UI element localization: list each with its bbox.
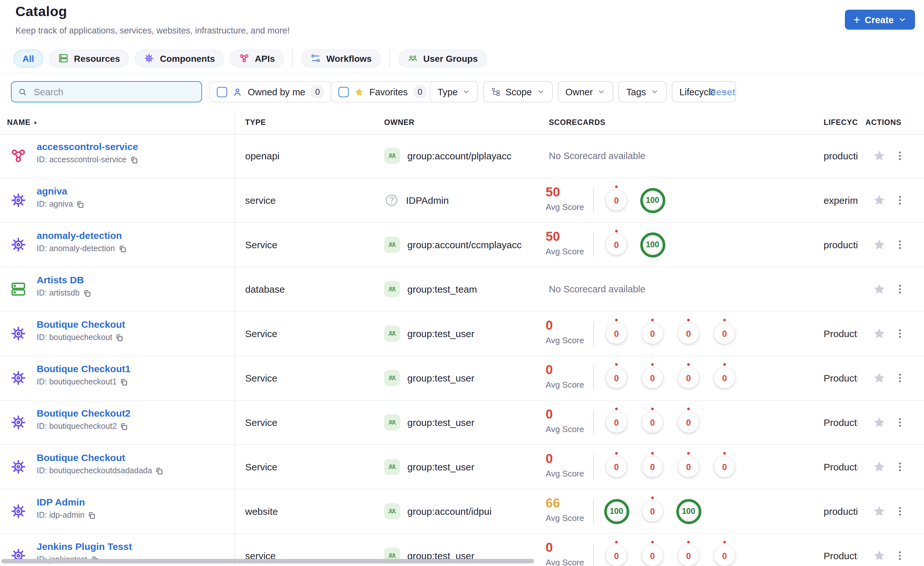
favorites-checkbox[interactable] (339, 87, 349, 97)
favorite-star-button[interactable] (873, 460, 886, 474)
owner-name: group:test_user (407, 328, 474, 339)
kebab-menu-button[interactable] (894, 505, 906, 517)
favorite-star-button[interactable] (873, 504, 886, 518)
avg-score-value: 0 (546, 452, 553, 466)
tab-user-groups[interactable]: User Groups (398, 49, 487, 67)
scorecard-pill[interactable]: 0 (606, 545, 627, 566)
entity-type: database (245, 284, 285, 295)
copy-icon[interactable] (130, 155, 138, 164)
scorecard-pill[interactable]: 100 (640, 188, 665, 213)
scorecard-pill[interactable]: 0 (678, 456, 699, 477)
scorecard-pill[interactable]: 0 (606, 234, 627, 255)
lifecycle-value: Production (824, 328, 858, 339)
lifecycle-value: Production (824, 372, 858, 384)
scorecard-pill[interactable]: 0 (606, 412, 627, 433)
search-box[interactable] (11, 81, 202, 102)
favorite-star-button[interactable] (873, 282, 886, 296)
filter-scope-dropdown[interactable]: Scope (483, 81, 552, 102)
entity-name-link[interactable]: Boutique Checkout2 (37, 408, 130, 418)
favorite-star-button[interactable] (873, 149, 886, 163)
kebab-menu-button[interactable] (894, 194, 906, 206)
scorecard-pill[interactable]: 0 (642, 412, 663, 433)
copy-icon[interactable] (76, 200, 85, 208)
kebab-menu-button[interactable] (894, 327, 906, 340)
scorecard-pill[interactable]: 0 (642, 323, 663, 344)
scorecard-pill[interactable]: 0 (714, 456, 735, 477)
favorite-star-button[interactable] (873, 327, 886, 340)
scorecard-pill[interactable]: 0 (606, 368, 627, 388)
favorite-star-button[interactable] (873, 194, 886, 207)
favorite-star-button[interactable] (873, 238, 886, 251)
copy-icon[interactable] (120, 422, 128, 431)
tab-all[interactable]: All (14, 49, 43, 67)
scorecard-pill[interactable]: 0 (678, 545, 699, 566)
scorecard-pill[interactable]: 0 (606, 456, 627, 477)
tab-components[interactable]: Components (135, 49, 224, 67)
scorecard-pill[interactable]: 0 (606, 190, 627, 211)
copy-icon[interactable] (82, 289, 91, 297)
avg-score-value: 0 (546, 540, 553, 555)
avg-score-label: Avg Score (546, 424, 584, 434)
kebab-menu-button[interactable] (894, 239, 906, 251)
favorite-star-button[interactable] (873, 415, 886, 429)
filter-type-dropdown[interactable]: Type (430, 81, 478, 102)
scorecard-pill[interactable]: 0 (678, 368, 699, 388)
kebab-menu-button[interactable] (894, 283, 906, 295)
copy-icon[interactable] (116, 333, 124, 342)
owned-by-me-filter[interactable]: Owned by me 0 (209, 81, 332, 102)
entity-name-link[interactable]: Artists DB (37, 274, 91, 285)
scorecard-pill[interactable]: 100 (604, 499, 629, 524)
horizontal-scrollbar[interactable] (1, 559, 534, 563)
entity-name-link[interactable]: accesscontrol-service (37, 141, 138, 152)
kebab-menu-button[interactable] (894, 372, 906, 384)
favorites-filter[interactable]: Favorites 0 (331, 81, 435, 102)
entity-name-link[interactable]: Jenkins Plugin Tesst (37, 541, 132, 552)
scorecard-pill[interactable]: 0 (642, 368, 663, 388)
copy-icon[interactable] (118, 244, 126, 253)
tab-resources[interactable]: Resources (49, 49, 129, 67)
entity-id: ID: idp-admin (37, 510, 85, 519)
reset-filters-button[interactable]: Reset (709, 81, 735, 102)
entity-name-link[interactable]: anomaly-detection (37, 230, 126, 241)
entity-name-link[interactable]: Boutique Checkout1 (37, 363, 130, 374)
scorecard-pill[interactable]: 100 (676, 499, 701, 524)
kebab-menu-button[interactable] (894, 416, 906, 429)
create-button[interactable]: + Create (845, 10, 915, 30)
scorecards-cell: 0Avg Score0000 (546, 312, 829, 355)
scorecard-pill[interactable]: 0 (678, 323, 699, 344)
column-header-name[interactable]: NAME▲ (7, 118, 38, 127)
favorite-star-button[interactable] (873, 371, 886, 385)
scorecards-cell: 50Avg Score0100 (546, 223, 829, 266)
entity-name-link[interactable]: agniva (37, 185, 85, 196)
scorecard-pill[interactable]: 0 (606, 323, 627, 344)
scorecard-pill[interactable]: 0 (642, 456, 663, 477)
tab-apis[interactable]: APIs (230, 49, 284, 67)
entity-name-link[interactable]: Boutique Checkout (37, 319, 125, 330)
kebab-menu-button[interactable] (894, 150, 906, 162)
filter-tags-dropdown[interactable]: Tags (619, 81, 667, 102)
copy-icon[interactable] (155, 467, 164, 475)
owned-by-me-checkbox[interactable] (217, 87, 227, 97)
scorecard-pill[interactable]: 0 (714, 368, 735, 388)
favorite-star-button[interactable] (873, 549, 886, 563)
scorecard-pill[interactable]: 0 (678, 412, 699, 433)
copy-icon[interactable] (88, 511, 96, 519)
entity-name-link[interactable]: Boutique Checkout (37, 452, 164, 463)
create-button-label: Create (865, 15, 894, 25)
copy-icon[interactable] (120, 378, 128, 386)
scorecards-cell: 0Avg Score0000 (546, 356, 829, 400)
scorecard-pill[interactable]: 0 (642, 545, 663, 566)
entity-name-link[interactable]: IDP Admin (37, 497, 96, 507)
search-input[interactable] (33, 86, 195, 98)
kebab-menu-button[interactable] (894, 461, 906, 473)
filter-owner-dropdown[interactable]: Owner (558, 81, 613, 102)
scorecard-pill[interactable]: 0 (642, 501, 663, 522)
search-icon (18, 87, 27, 97)
scorecard-pill[interactable]: 0 (714, 323, 735, 344)
owner-name: group:test_user (407, 461, 474, 472)
kebab-menu-button[interactable] (894, 549, 906, 562)
scorecard-pill[interactable]: 0 (714, 545, 735, 566)
scorecard-pill[interactable]: 100 (640, 232, 665, 257)
tab-workflows[interactable]: Workflows (301, 49, 381, 67)
owner-name: IDPAdmin (406, 195, 449, 206)
